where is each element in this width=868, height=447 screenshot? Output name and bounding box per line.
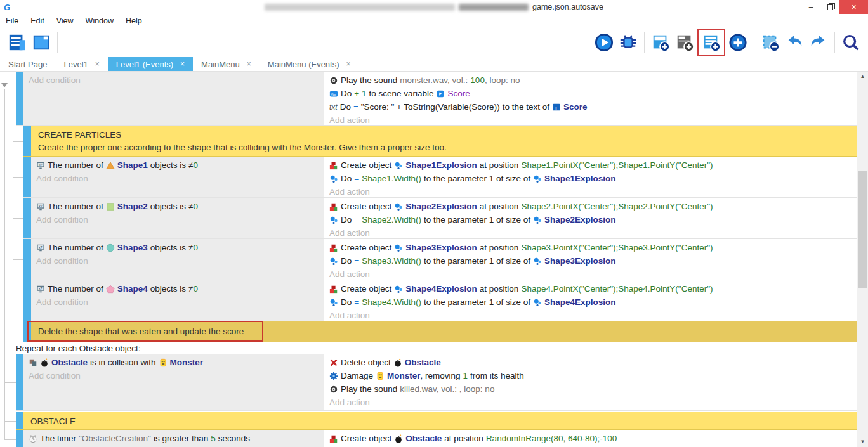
action-create-shape1explosion[interactable]: Create object Shape1Explosionat position… — [329, 159, 852, 172]
particle-emitter-icon — [394, 161, 403, 170]
tab-close-icon[interactable]: × — [95, 60, 100, 68]
add-condition-link[interactable]: Add condition — [36, 174, 88, 183]
add-comment-button[interactable] — [701, 32, 721, 53]
add-action-link[interactable]: Add action — [329, 311, 370, 320]
add-action-link[interactable]: Add action — [329, 269, 370, 279]
action-create-shape3explosion[interactable]: Create object Shape3Explosionat position… — [329, 241, 852, 254]
scrollbar-up-icon[interactable]: ▲ — [857, 72, 868, 82]
add-condition-link[interactable]: Add condition — [36, 297, 88, 307]
close-button[interactable]: × — [839, 0, 868, 14]
action-size-shape3explosion[interactable]: Do=Shape3.Width()to the parameter 1 of s… — [329, 254, 852, 268]
action-damage-monster[interactable]: Damage Monster, removing1from its health — [329, 369, 852, 382]
condition-shape2-count[interactable]: The number of Shape2objects is≠0 — [36, 200, 319, 213]
redo-button[interactable] — [808, 32, 829, 53]
action-create-shape2explosion[interactable]: Create object Shape2Explosionat position… — [329, 200, 852, 213]
action-set-text[interactable]: txt Do="Score: " + ToString(Variable(Sco… — [329, 100, 852, 113]
add-plus-button[interactable] — [728, 32, 748, 53]
condition-collision[interactable]: Obstacleis in collision with Monster — [29, 356, 319, 369]
damage-icon — [329, 372, 338, 380]
variable-icon — [329, 89, 338, 98]
shape1-triangle-icon — [106, 161, 115, 170]
add-action-link[interactable]: Add action — [329, 228, 370, 238]
action-size-shape4explosion[interactable]: Do=Shape4.Width()to the parameter 1 of s… — [329, 295, 852, 309]
condition-shape4-count[interactable]: The number of Shape4objects is≠0 — [36, 282, 319, 295]
add-condition-link[interactable]: Add condition — [36, 256, 88, 266]
shape3-circle-icon — [106, 243, 115, 252]
maximize-button[interactable] — [820, 0, 839, 14]
action-size-shape1explosion[interactable]: Do=Shape1.Width()to the parameter 1 of s… — [329, 172, 852, 185]
highlight-box-add-comment — [697, 29, 725, 56]
particle-emitter-icon — [533, 298, 542, 307]
object-count-icon — [36, 202, 45, 211]
event-shape4[interactable]: The number of Shape4objects is≠0 Add con… — [23, 280, 857, 321]
tab-mainmenu[interactable]: MainMenu× — [193, 57, 260, 71]
event-bar — [23, 239, 31, 280]
add-event-button[interactable] — [650, 32, 671, 53]
menu-file[interactable]: File — [6, 16, 18, 25]
minimize-button[interactable]: – — [801, 0, 820, 14]
comment-body: Create the proper one according to the s… — [38, 141, 850, 153]
comment-obstacle[interactable]: OBSTACLE — [16, 412, 857, 430]
event-obstacle-collision[interactable]: Obstacleis in collision with Monster Add… — [16, 354, 857, 411]
event-shape3[interactable]: The number of Shape3objects is≠0 Add con… — [23, 239, 857, 280]
condition-timer[interactable]: The timer"ObstacleCreation"is greater th… — [29, 432, 319, 445]
toolbar-separator — [834, 32, 835, 53]
add-condition-link[interactable]: Add condition — [36, 215, 88, 224]
menu-window[interactable]: Window — [86, 16, 114, 25]
add-action-link[interactable]: Add action — [329, 398, 370, 407]
add-action-link[interactable]: Add action — [329, 115, 370, 125]
delete-event-button[interactable] — [760, 32, 780, 53]
debug-button[interactable] — [618, 32, 638, 53]
tab-close-icon[interactable]: × — [247, 60, 251, 68]
vertical-scrollbar[interactable]: ▲ ▼ — [857, 72, 868, 447]
comment-delete-shape[interactable]: Delete the shape that was eaten and upda… — [23, 321, 857, 342]
event-expander-icon[interactable] — [1, 83, 8, 87]
comment-create-particles[interactable]: CREATE PARTICLES Create the proper one a… — [23, 126, 857, 157]
tab-level1-events[interactable]: Level1 (Events)× — [108, 57, 193, 71]
menu-view[interactable]: View — [56, 16, 74, 25]
tab-close-icon[interactable]: × — [346, 60, 351, 68]
event-bar — [23, 198, 31, 238]
tree-line — [13, 301, 23, 301]
action-play-killed-sound[interactable]: Play the soundkilled.wav, vol.: , loop: … — [329, 382, 852, 396]
sound-icon — [329, 76, 338, 85]
start-page-button[interactable] — [31, 32, 51, 53]
menu-edit[interactable]: Edit — [30, 16, 44, 25]
action-create-obstacle[interactable]: Create object Obstacleat positionRandomI… — [329, 432, 852, 445]
event-shape1[interactable]: The number of Shape1objects is≠0 Add con… — [23, 157, 857, 198]
add-condition-link[interactable]: Add condition — [29, 75, 81, 85]
tab-mainmenu-events[interactable]: MainMenu (Events)× — [260, 57, 359, 71]
event-monster-eats[interactable]: Add condition Play the soundmonster.wav,… — [16, 72, 857, 126]
condition-shape3-count[interactable]: The number of Shape3objects is≠0 — [36, 241, 319, 254]
condition-shape1-count[interactable]: The number of Shape1objects is≠0 — [36, 159, 319, 172]
project-manager-button[interactable] — [7, 32, 27, 53]
scrollbar-thumb[interactable] — [858, 171, 867, 288]
tab-start-page[interactable]: Start Page — [0, 57, 55, 71]
tree-line — [13, 177, 23, 178]
action-delete-obstacle[interactable]: Delete object Obstacle — [329, 356, 852, 369]
action-size-shape2explosion[interactable]: Do=Shape2.Width()to the parameter 1 of s… — [329, 213, 852, 226]
undo-button[interactable] — [784, 32, 805, 53]
create-object-icon — [329, 285, 338, 294]
tab-close-icon[interactable]: × — [180, 60, 185, 68]
tree-line — [13, 332, 23, 332]
scrollbar-down-icon[interactable]: ▼ — [857, 437, 868, 447]
event-bar — [23, 280, 31, 321]
add-action-link[interactable]: Add action — [329, 187, 370, 197]
add-subevent-button[interactable] — [674, 32, 695, 53]
add-condition-link[interactable]: Add condition — [29, 371, 81, 380]
event-shape2[interactable]: The number of Shape2objects is≠0 Add con… — [23, 198, 857, 239]
search-button[interactable] — [841, 32, 861, 53]
particle-emitter-icon — [533, 216, 542, 224]
tab-level1[interactable]: Level1× — [55, 57, 107, 71]
action-create-shape4explosion[interactable]: Create object Shape4Explosionat position… — [329, 282, 852, 295]
action-scene-variable[interactable]: Do+ 1to scene variable Score — [329, 87, 852, 100]
menu-help[interactable]: Help — [126, 16, 142, 25]
tree-line — [4, 110, 16, 110]
action-play-sound[interactable]: Play the soundmonster.wav, vol.:100, loo… — [329, 74, 852, 87]
object-count-icon — [36, 285, 45, 294]
event-obstacle-timer[interactable]: The timer"ObstacleCreation"is greater th… — [16, 430, 857, 447]
tree-line — [13, 259, 23, 260]
foreach-header[interactable]: Repeat for each Obstacle object: — [16, 342, 857, 354]
play-button[interactable] — [594, 32, 614, 53]
